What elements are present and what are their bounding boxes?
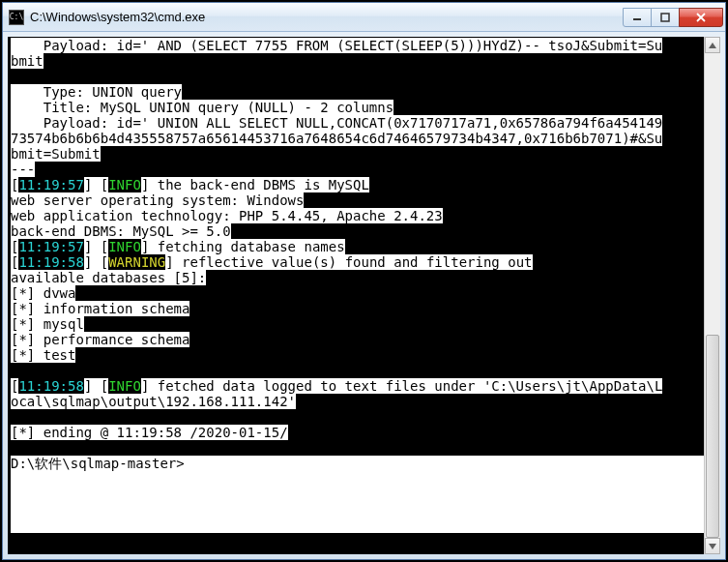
timestamp: 11:19:57 [18,239,83,254]
output-text: the back-end DBMS is MySQL [149,177,369,192]
db-item: [*] dvwa [11,285,75,301]
output-line: [*] ending @ 11:19:58 /2020-01-15/ [11,425,288,440]
output-line: bmit=Submit [11,146,101,162]
scroll-track[interactable] [705,53,720,538]
titlebar[interactable]: C:\ C:\Windows\system32\cmd.exe [3,3,725,32]
prompt-text: D:\软件\sqlmap-master> [11,456,185,471]
db-item: [*] performance_schema [11,332,189,347]
output-text: fetched data logged to text files under … [149,378,662,394]
timestamp: 11:19:58 [18,378,83,394]
cmd-window: C:\ C:\Windows\system32\cmd.exe Payload:… [2,2,726,560]
svg-rect-1 [661,14,669,21]
timestamp: 11:19:57 [18,177,83,192]
terminal-container: Payload: id=' AND (SELECT 7755 FROM (SEL… [8,37,720,554]
output-line: back-end DBMS: MySQL >= 5.0 [11,223,231,239]
db-item: [*] mysql [11,316,84,332]
output-text: fetching database names [149,239,344,254]
output-line: --- [11,162,35,177]
level-info: INFO [108,378,141,394]
window-title: C:\Windows\system32\cmd.exe [30,10,624,24]
output-line: web application technology: PHP 5.4.45, … [11,208,443,223]
svg-rect-0 [633,18,641,20]
minimize-button[interactable] [623,8,652,27]
maximize-button[interactable] [651,8,680,27]
output-line: available databases [5]: [11,270,206,285]
output-line: Payload: id=' UNION ALL SELECT NULL,CONC… [11,115,662,131]
app-icon: C:\ [9,10,24,25]
close-button[interactable] [679,8,723,27]
prompt-line[interactable]: D:\软件\sqlmap-master> [11,456,704,533]
output-text: reflective value(s) found and filtering … [174,254,533,270]
db-item: [*] information_schema [11,301,189,316]
scroll-down-button[interactable] [705,538,720,554]
window-controls [624,8,723,27]
scroll-thumb[interactable] [706,335,719,538]
db-item: [*] test [11,347,75,363]
output-line: ocal\sqlmap\output\192.168.111.142' [11,394,296,409]
level-info: INFO [108,177,141,192]
output-line: bmit [11,53,44,69]
timestamp: 11:19:58 [18,254,83,270]
vertical-scrollbar[interactable] [704,37,720,554]
scroll-up-button[interactable] [705,37,720,53]
output-line: Payload: id=' AND (SELECT 7755 FROM (SEL… [11,38,662,53]
level-warning: WARNING [108,254,165,270]
output-line: web server operating system: Windows [11,192,304,208]
terminal-output[interactable]: Payload: id=' AND (SELECT 7755 FROM (SEL… [8,37,704,554]
output-line: Title: MySQL UNION query (NULL) - 2 colu… [11,100,393,115]
level-info: INFO [108,239,141,254]
output-line: 73574b6b6b6b4d435558757a65614453716a7648… [11,131,662,146]
output-line: Type: UNION query [11,84,182,100]
